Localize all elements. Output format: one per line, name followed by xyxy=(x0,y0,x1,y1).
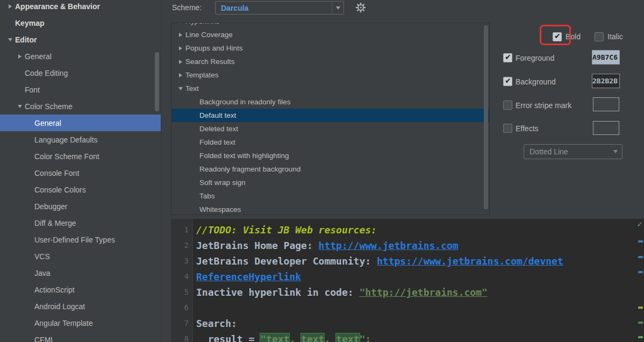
effects-field[interactable] xyxy=(593,121,619,135)
sidebar-item-label: Console Font xyxy=(34,169,79,177)
sidebar-item-general[interactable]: General xyxy=(0,48,161,65)
option-item-search-results[interactable]: Search Results xyxy=(171,55,489,68)
code-line: 8 result = "text, text, text"; xyxy=(171,331,644,342)
code-token-link[interactable]: http://www.jetbrains.com xyxy=(319,240,459,251)
chevron-down-icon[interactable] xyxy=(178,87,183,90)
option-item-label: Hyperlinks xyxy=(185,23,219,25)
sidebar-item-label: General xyxy=(25,52,52,61)
background-checkbox[interactable] xyxy=(503,77,512,86)
option-item-whitespaces[interactable]: Whitespaces xyxy=(171,203,489,215)
effects-checkbox[interactable] xyxy=(503,124,512,133)
line-number: 2 xyxy=(171,238,193,253)
code-token-text: Inactive hyperlink in code: xyxy=(196,287,359,298)
sidebar-item-android-logcat[interactable]: Android Logcat xyxy=(0,298,161,315)
chevron-right-icon[interactable] xyxy=(179,46,182,51)
sidebar-item-angular-template[interactable]: Angular Template xyxy=(0,315,161,331)
foreground-checkbox[interactable] xyxy=(503,53,512,62)
sidebar-item-color-scheme[interactable]: Color Scheme xyxy=(0,98,161,115)
option-item-tabs[interactable]: Tabs xyxy=(171,189,489,203)
sidebar-item-editor[interactable]: Editor xyxy=(0,31,161,48)
sidebar-item-diff-merge[interactable]: Diff & Merge xyxy=(0,215,161,231)
sidebar-item-actionscript[interactable]: ActionScript xyxy=(0,281,161,298)
background-swatch[interactable]: 2B2B2B xyxy=(592,74,620,88)
error-stripe-mark[interactable] xyxy=(638,322,643,324)
error-stripe-field[interactable] xyxy=(593,97,619,111)
code-token-string: "; xyxy=(360,333,371,342)
sidebar-item-user-defined-file-types[interactable]: User-Defined File Types xyxy=(0,231,161,248)
scheme-select[interactable]: Darcula xyxy=(215,1,344,15)
tree-arrow-slot xyxy=(15,105,25,108)
line-number: 4 xyxy=(171,269,193,284)
bold-checkbox[interactable] xyxy=(553,32,562,41)
sidebar-item-vcs[interactable]: VCS xyxy=(0,248,161,265)
sidebar-item-appearance-behavior[interactable]: Appearance & Behavior xyxy=(0,0,161,15)
sidebar-item-debugger[interactable]: Debugger xyxy=(0,198,161,215)
sidebar-item-code-editing[interactable]: Code Editing xyxy=(0,65,161,81)
chevron-right-icon[interactable] xyxy=(179,73,182,77)
code-line-content: JetBrains Developer Community: https://w… xyxy=(193,253,563,269)
option-item-folded-text[interactable]: Folded text xyxy=(171,136,489,149)
chevron-right-icon[interactable] xyxy=(179,23,182,24)
option-item-text[interactable]: Text xyxy=(171,82,489,95)
italic-checkbox[interactable] xyxy=(595,32,604,41)
code-token-link[interactable]: ReferenceHyperlink xyxy=(196,271,301,282)
option-item-folded-text-with-highlighting[interactable]: Folded text with highlighting xyxy=(171,149,489,162)
code-line-content: ReferenceHyperlink xyxy=(193,269,301,284)
effects-label: Effects xyxy=(516,124,539,133)
option-item-label: Text xyxy=(185,84,199,92)
chevron-right-icon[interactable] xyxy=(179,60,182,64)
preview-pane[interactable]: 1//TODO: Visit JB Web resources:2JetBrai… xyxy=(171,219,644,342)
error-stripe-mark[interactable] xyxy=(638,240,643,243)
line-number: 5 xyxy=(171,284,193,300)
foreground-swatch[interactable]: A9B7C6 xyxy=(592,50,620,65)
option-item-background-in-readonly-files[interactable]: Background in readonly files xyxy=(171,95,489,109)
sidebar-item-general[interactable]: General xyxy=(0,115,161,131)
sidebar-scrollbar[interactable] xyxy=(155,52,159,111)
code-token-text: JetBrains Developer Community: xyxy=(196,255,377,267)
options-scrollbar[interactable] xyxy=(484,25,488,209)
error-stripe-mark[interactable] xyxy=(638,307,643,309)
sidebar-item-label: Debugger xyxy=(34,202,68,211)
sidebar-item-keymap[interactable]: Keymap xyxy=(0,15,161,31)
chevron-down-icon[interactable] xyxy=(18,105,22,108)
error-stripe-mark[interactable] xyxy=(638,336,643,338)
code-line: 2JetBrains Home Page: http://www.jetbrai… xyxy=(171,238,644,253)
option-item-popups-and-hints[interactable]: Popups and Hints xyxy=(171,41,489,55)
code-token-text: Search: xyxy=(196,318,237,329)
option-item-deleted-text[interactable]: Deleted text xyxy=(171,122,489,136)
preview-code: 1//TODO: Visit JB Web resources:2JetBrai… xyxy=(171,222,644,342)
sidebar-item-language-defaults[interactable]: Language Defaults xyxy=(0,131,161,148)
sidebar-item-label: Keymap xyxy=(15,19,44,27)
chevron-down-icon[interactable] xyxy=(8,38,12,41)
option-item-soft-wrap-sign[interactable]: Soft wrap sign xyxy=(171,176,489,189)
line-number: 6 xyxy=(171,300,193,316)
tree-arrow-slot xyxy=(5,4,15,9)
sidebar-item-label: Color Scheme Font xyxy=(34,152,99,161)
error-stripe-mark[interactable] xyxy=(638,271,643,273)
sidebar-item-console-colors[interactable]: Console Colors xyxy=(0,181,161,198)
chevron-right-icon[interactable] xyxy=(179,33,182,37)
error-stripe-mark[interactable] xyxy=(638,256,643,258)
settings-dialog: Appearance & BehaviorKeymapEditorGeneral… xyxy=(0,0,644,342)
code-token-comment: //TODO: Visit JB Web resources: xyxy=(196,224,377,236)
code-token-link[interactable]: https://www.jetbrains.com/devnet xyxy=(377,255,563,267)
chevron-right-icon[interactable] xyxy=(9,4,12,9)
code-line: 4ReferenceHyperlink xyxy=(171,269,644,284)
option-item-hyperlinks[interactable]: Hyperlinks xyxy=(171,23,489,28)
option-item-readonly-fragment-background[interactable]: Readonly fragment background xyxy=(171,162,489,176)
chevron-right-icon[interactable] xyxy=(18,54,22,59)
effect-type-select[interactable]: Dotted Line xyxy=(524,144,622,159)
sidebar-item-label: Android Logcat xyxy=(34,302,85,311)
error-stripe-checkbox[interactable] xyxy=(503,101,512,110)
chevron-down-icon[interactable] xyxy=(332,2,344,14)
option-item-line-coverage[interactable]: Line Coverage xyxy=(171,28,489,41)
gear-icon[interactable] xyxy=(355,2,367,13)
sidebar-item-color-scheme-font[interactable]: Color Scheme Font xyxy=(0,148,161,165)
sidebar-item-cfml[interactable]: CFML xyxy=(0,331,161,342)
sidebar-item-font[interactable]: Font xyxy=(0,81,161,98)
sidebar-item-console-font[interactable]: Console Font xyxy=(0,165,161,181)
sidebar-item-java[interactable]: Java xyxy=(0,265,161,281)
option-item-default-text[interactable]: Default text xyxy=(171,109,489,122)
inspections-ok-icon[interactable]: ✓ xyxy=(636,220,643,229)
option-item-templates[interactable]: Templates xyxy=(171,68,489,82)
